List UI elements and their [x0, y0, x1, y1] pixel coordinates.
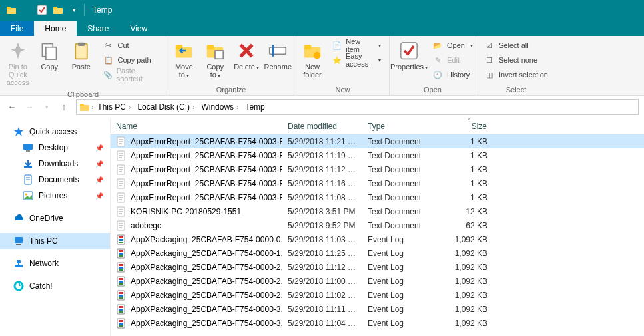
table-row[interactable]: AppxErrorReport_25CBAFAB-F754-0003-F...5… [111, 148, 644, 162]
recent-dropdown[interactable]: ▾ [40, 100, 53, 114]
file-name: AppXPackaging_25CBAFAB-F754-0000-2... [131, 277, 282, 286]
history-button[interactable]: 🕘History [430, 68, 476, 81]
tab-share[interactable]: Share [77, 21, 119, 36]
sidebar-documents[interactable]: Documents📌 [0, 172, 110, 188]
file-icon [116, 248, 127, 259]
delete-button[interactable]: Delete▾ [232, 37, 262, 75]
cut-button[interactable]: ✂Cut [101, 39, 161, 52]
file-type: Text Document [362, 137, 440, 146]
table-row[interactable]: AppXPackaging_25CBAFAB-F754-0000-2...5/2… [111, 274, 644, 288]
open-button[interactable]: 📂Open▾ [430, 39, 476, 52]
sidebar-desktop[interactable]: Desktop📌 [0, 140, 110, 156]
file-size: 1 KB [440, 179, 499, 188]
selectnone-button[interactable]: ☐Select none [482, 53, 551, 67]
file-date: 5/29/2018 9:52 PM [282, 221, 362, 230]
file-name: AppXPackaging_25CBAFAB-F754-0000-1... [131, 249, 282, 258]
easyaccess-button[interactable]: ⭐Easy access▾ [330, 53, 384, 67]
moveto-button[interactable]: Move to▾ [169, 37, 199, 83]
open-icon: 📂 [432, 40, 443, 51]
file-size: 1,092 KB [440, 235, 499, 244]
file-icon [116, 136, 127, 147]
table-row[interactable]: adobegc5/29/2018 9:52 PMText Document62 … [111, 218, 644, 232]
file-date: 5/29/2018 11:25 PM [282, 249, 362, 258]
file-icon [116, 150, 127, 161]
qat-properties-icon[interactable] [35, 3, 49, 17]
table-row[interactable]: AppxErrorReport_25CBAFAB-F754-0003-F...5… [111, 176, 644, 190]
col-date[interactable]: Date modified [282, 118, 362, 134]
sidebar-network[interactable]: Network [0, 255, 110, 271]
forward-button[interactable]: → [23, 100, 36, 114]
qat-newfolder-icon[interactable] [51, 3, 65, 17]
col-name[interactable]: Name [111, 118, 282, 134]
up-button[interactable]: ↑ [57, 100, 71, 114]
copypath-button[interactable]: 📋Copy path [101, 53, 161, 67]
table-row[interactable]: AppXPackaging_25CBAFAB-F754-0000-3...5/2… [111, 316, 644, 330]
pin-quickaccess-button[interactable]: Pin to Quick access [3, 37, 33, 89]
edit-button[interactable]: ✎Edit [430, 53, 476, 67]
table-row[interactable]: AppXPackaging_25CBAFAB-F754-0000-0...5/2… [111, 232, 644, 246]
copy-button[interactable]: Copy [35, 37, 65, 73]
ribbon: Pin to Quick access Copy Paste ✂Cut 📋Cop… [0, 36, 644, 96]
tab-file[interactable]: File [0, 21, 34, 36]
file-name: AppXPackaging_25CBAFAB-F754-0000-2... [131, 291, 282, 300]
qat-dropdown-icon[interactable]: ▾ [67, 3, 81, 17]
table-row[interactable]: KORISNIK-PC-20180529-15515/29/2018 3:51 … [111, 204, 644, 218]
file-date: 5/29/2018 11:12 PM [282, 165, 362, 174]
invertselection-button[interactable]: ◫Invert selection [482, 68, 551, 81]
sidebar-catch[interactable]: Catch! [0, 278, 110, 294]
table-row[interactable]: AppXPackaging_25CBAFAB-F754-0000-1...5/2… [111, 246, 644, 260]
sidebar-onedrive[interactable]: OneDrive [0, 210, 110, 226]
file-size: 1,092 KB [440, 277, 499, 286]
file-type: Event Log [362, 277, 440, 286]
table-row[interactable]: AppxErrorReport_25CBAFAB-F754-0003-F...5… [111, 162, 644, 176]
file-size: 1,092 KB [440, 249, 499, 258]
pasteshortcut-button[interactable]: 📎Paste shortcut [101, 68, 161, 81]
delete-icon [236, 40, 257, 61]
table-row[interactable]: AppxErrorReport_25CBAFAB-F754-0003-F...5… [111, 190, 644, 204]
col-size[interactable]: ⌃Size [440, 118, 499, 134]
table-row[interactable]: AppxErrorReport_25CBAFAB-F754-0003-F...5… [111, 134, 644, 148]
sidebar-downloads[interactable]: Downloads📌 [0, 156, 110, 172]
file-date: 5/29/2018 3:51 PM [282, 207, 362, 216]
qat-folder-icon[interactable] [4, 3, 19, 17]
table-row[interactable]: AppXPackaging_25CBAFAB-F754-0000-2...5/2… [111, 260, 644, 274]
file-icon [116, 304, 127, 315]
table-row[interactable]: AppXPackaging_25CBAFAB-F754-0000-2...5/2… [111, 288, 644, 302]
paste-button[interactable]: Paste [66, 37, 97, 73]
selectall-button[interactable]: ☑Select all [482, 39, 551, 52]
properties-button[interactable]: Properties▾ [392, 37, 426, 75]
file-icon [116, 192, 127, 203]
crumb-thispc[interactable]: This PC› [95, 102, 133, 112]
copyto-button[interactable]: Copy to▾ [200, 37, 230, 83]
copyto-icon [204, 40, 226, 61]
pin-icon: 📌 [95, 160, 103, 168]
paste-icon [71, 40, 92, 61]
file-date: 5/29/2018 11:12 PM [282, 263, 362, 272]
tab-view[interactable]: View [119, 21, 158, 36]
sidebar-quickaccess[interactable]: Quick access [0, 124, 110, 140]
file-name: AppXPackaging_25CBAFAB-F754-0000-0... [131, 235, 282, 244]
sidebar-pictures[interactable]: Pictures📌 [0, 188, 110, 204]
rename-button[interactable]: Rename [262, 37, 293, 73]
file-size: 1 KB [440, 165, 499, 174]
file-name: AppXPackaging_25CBAFAB-F754-0000-3... [131, 305, 282, 314]
file-icon [116, 262, 127, 273]
back-button[interactable]: ← [5, 100, 19, 114]
svg-rect-26 [46, 47, 57, 60]
newfolder-button[interactable]: New folder [299, 37, 326, 81]
col-type[interactable]: Type [362, 118, 440, 134]
crumb-windows[interactable]: Windows› [198, 102, 241, 112]
table-row[interactable]: AppXPackaging_25CBAFAB-F754-0000-3...5/2… [111, 302, 644, 316]
file-name: AppxErrorReport_25CBAFAB-F754-0003-F... [131, 165, 282, 174]
tab-home[interactable]: Home [34, 21, 77, 36]
file-type: Event Log [362, 305, 440, 314]
address-bar[interactable]: › This PC› Local Disk (C:)› Windows› Tem… [76, 99, 639, 115]
file-name: AppXPackaging_25CBAFAB-F754-0000-3... [131, 319, 282, 328]
edit-icon: ✎ [432, 55, 443, 65]
file-type: Event Log [362, 291, 440, 300]
file-type: Text Document [362, 179, 440, 188]
crumb-temp[interactable]: Temp [242, 102, 267, 112]
sidebar-thispc[interactable]: This PC [0, 233, 110, 249]
crumb-c[interactable]: Local Disk (C:)› [135, 102, 197, 112]
newitem-button[interactable]: 📄New item▾ [330, 39, 384, 52]
